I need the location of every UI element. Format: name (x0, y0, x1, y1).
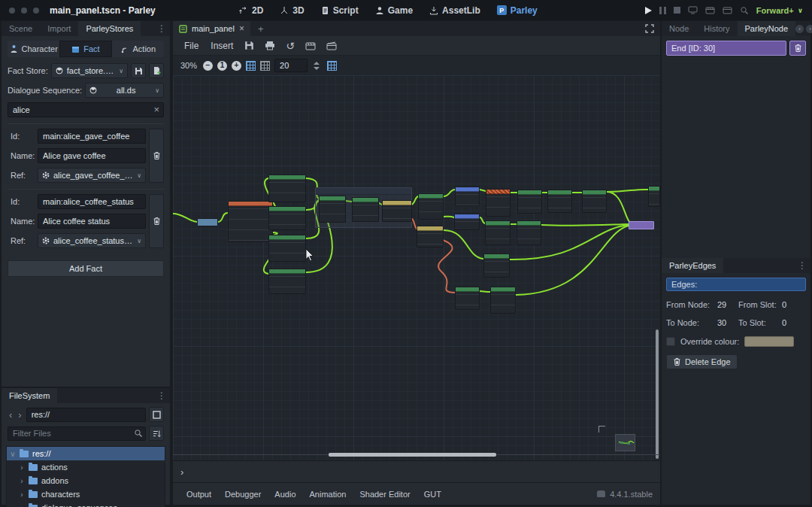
workspace-parley-button[interactable]: P Parley (491, 3, 544, 18)
delete-edge-button[interactable]: Delete Edge (666, 354, 738, 369)
zoom-reset-button[interactable]: 1 (217, 61, 227, 71)
workspace-3d-button[interactable]: 3D (274, 3, 310, 18)
graph-edge[interactable] (607, 190, 648, 192)
tab-main-panel[interactable]: main_panel × (173, 21, 250, 36)
fact-id-field[interactable] (38, 129, 146, 144)
nav-forward-icon[interactable]: › (17, 409, 23, 420)
graph-node-dialogue[interactable] (352, 197, 379, 222)
workspace-assetlib-button[interactable]: AssetLib (423, 3, 486, 18)
graph-node-jump[interactable] (197, 218, 218, 226)
tree-item-characters[interactable]: › characters (7, 487, 165, 501)
dialogue-sequence-dropdown[interactable]: all.ds ∨ (85, 83, 164, 98)
workspace-script-button[interactable]: Script (315, 3, 365, 18)
tab-parleynode[interactable]: ParleyNode (738, 21, 795, 36)
delete-fact-button[interactable] (149, 129, 164, 183)
nav-back-icon[interactable]: ‹ (8, 409, 14, 420)
history-back-icon[interactable]: ‹ (795, 25, 804, 33)
graph-node-dialogue[interactable] (268, 269, 306, 294)
pause-button[interactable] (659, 7, 666, 14)
graph-vertical-scrollbar[interactable] (656, 329, 659, 459)
dock-menu-icon[interactable]: ⋮ (153, 388, 170, 403)
window-zoom-icon[interactable] (33, 8, 39, 14)
graph-node-dialogue[interactable] (485, 220, 511, 245)
new-store-button[interactable] (149, 63, 164, 78)
graph-node-dialogue[interactable] (648, 186, 660, 207)
tab-node[interactable]: Node (662, 21, 696, 36)
graph-node-dialogue[interactable] (319, 196, 346, 223)
graph-node-selected[interactable] (486, 189, 511, 217)
quick-settings-icon[interactable] (740, 6, 749, 15)
graph-node-dialogue[interactable] (547, 190, 572, 213)
graph-edge[interactable] (541, 224, 629, 226)
chevron-right-icon[interactable]: › (19, 477, 25, 485)
store-tab-action[interactable]: Action (112, 41, 164, 57)
run-instances-icon[interactable] (723, 6, 732, 14)
sort-files-button[interactable] (149, 426, 164, 441)
fact-search-input[interactable] (8, 102, 164, 117)
delete-fact-button[interactable] (149, 194, 164, 248)
file-menu[interactable]: File (179, 38, 204, 53)
graph-node-end[interactable] (629, 221, 654, 229)
play-button[interactable] (645, 7, 652, 14)
store-tab-character[interactable]: Character (8, 41, 59, 57)
tree-item-root[interactable]: ∨ res:// (7, 447, 165, 460)
window-minimize-icon[interactable] (21, 8, 27, 14)
add-fact-button[interactable]: Add Fact (8, 260, 164, 277)
tab-gut[interactable]: GUT (418, 487, 447, 501)
test-dialogue-button[interactable] (301, 39, 320, 53)
tab-audio[interactable]: Audio (268, 487, 301, 501)
tab-import[interactable]: Import (40, 21, 78, 36)
insert-menu[interactable]: Insert (205, 38, 238, 53)
tab-shader-editor[interactable]: Shader Editor (353, 487, 416, 501)
delete-node-button[interactable] (789, 41, 806, 56)
tab-debugger[interactable]: Debugger (219, 487, 267, 501)
stop-button[interactable] (674, 7, 680, 14)
graph-node-dialogue[interactable] (490, 287, 516, 314)
graph-edge[interactable] (218, 213, 228, 222)
override-colour-swatch[interactable] (744, 336, 794, 347)
snap-distance-field[interactable]: 20 (274, 59, 308, 72)
chevron-right-icon[interactable]: › (19, 504, 25, 507)
graph-viewport[interactable] (173, 75, 660, 460)
workspace-2d-button[interactable]: 2D (233, 3, 269, 18)
graph-node-dialogue[interactable] (268, 175, 306, 202)
path-field[interactable] (26, 408, 146, 422)
filter-files-input[interactable] (8, 427, 146, 441)
refresh-button[interactable]: ↺ (281, 38, 299, 54)
store-tab-fact[interactable]: Fact (59, 41, 111, 57)
tab-output[interactable]: Output (180, 487, 217, 501)
snap-spinner[interactable] (314, 62, 320, 70)
tab-scene[interactable]: Scene (2, 21, 40, 36)
distraction-free-icon[interactable] (639, 21, 660, 36)
graph-edge[interactable] (444, 217, 454, 217)
zoom-in-button[interactable]: + (232, 61, 241, 71)
fact-name-field[interactable] (38, 214, 146, 229)
graph-edge[interactable] (480, 217, 485, 223)
save-sequence-button[interactable] (240, 38, 259, 53)
tab-animation[interactable]: Animation (304, 487, 353, 501)
fact-id-field[interactable] (38, 194, 146, 209)
graph-edge[interactable] (480, 190, 486, 191)
fact-ref-dropdown[interactable]: alice_gave_coffee_fact.g ∨ (38, 168, 146, 183)
fact-ref-dropdown[interactable]: alice_coffee_status_fact. ∨ (38, 233, 146, 248)
graph-edge[interactable] (607, 192, 630, 223)
graph-horizontal-scrollbar[interactable] (329, 453, 496, 457)
graph-node-dialogue[interactable] (517, 190, 542, 214)
graph-node-dialogue[interactable] (268, 206, 306, 230)
window-controls[interactable] (0, 8, 50, 14)
graph-node-match[interactable] (382, 200, 412, 222)
bottom-panel-expander[interactable]: › (173, 460, 660, 482)
save-store-button[interactable] (131, 63, 146, 78)
graph-node-match[interactable] (417, 226, 444, 247)
tab-parleyedges[interactable]: ParleyEdges (662, 258, 723, 273)
close-tab-icon[interactable]: × (239, 23, 244, 34)
graph-edge[interactable] (438, 240, 455, 293)
edges-section-header[interactable]: Edges: (666, 278, 806, 291)
renderer-dropdown[interactable]: Forward+ ∨ (756, 6, 803, 15)
graph-node-dialogue[interactable] (483, 254, 510, 278)
history-forward-icon[interactable]: › (806, 25, 812, 33)
chevron-right-icon[interactable]: › (19, 490, 25, 499)
chevron-right-icon[interactable]: › (19, 463, 25, 472)
grid-toggle-icon[interactable] (260, 61, 270, 71)
remote-debug-icon[interactable] (688, 6, 698, 14)
